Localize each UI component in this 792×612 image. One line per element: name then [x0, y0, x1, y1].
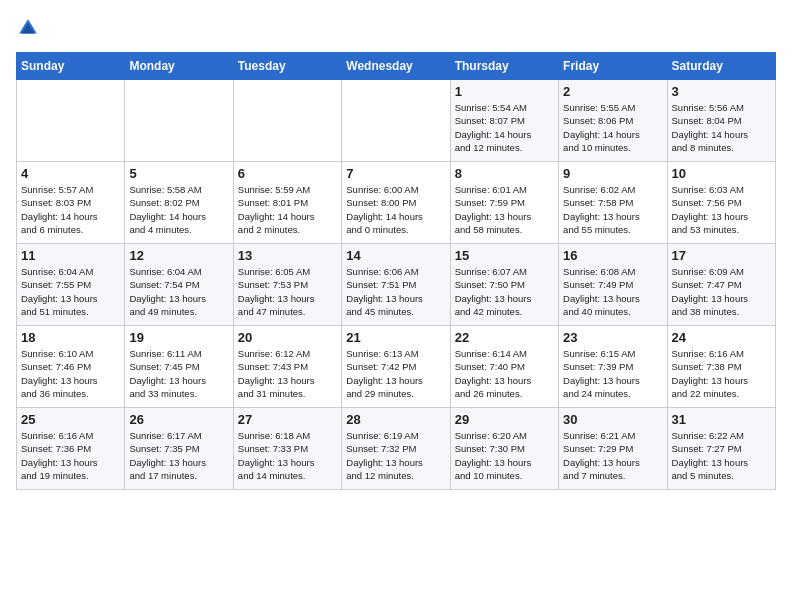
weekday-header-row: SundayMondayTuesdayWednesdayThursdayFrid… [17, 53, 776, 80]
day-number: 20 [238, 330, 337, 345]
day-info: Sunrise: 6:09 AM Sunset: 7:47 PM Dayligh… [672, 265, 771, 318]
day-info: Sunrise: 6:15 AM Sunset: 7:39 PM Dayligh… [563, 347, 662, 400]
day-info: Sunrise: 6:08 AM Sunset: 7:49 PM Dayligh… [563, 265, 662, 318]
day-info: Sunrise: 6:07 AM Sunset: 7:50 PM Dayligh… [455, 265, 554, 318]
day-number: 15 [455, 248, 554, 263]
day-info: Sunrise: 6:18 AM Sunset: 7:33 PM Dayligh… [238, 429, 337, 482]
day-info: Sunrise: 5:56 AM Sunset: 8:04 PM Dayligh… [672, 101, 771, 154]
day-number: 18 [21, 330, 120, 345]
day-number: 5 [129, 166, 228, 181]
calendar-cell: 16Sunrise: 6:08 AM Sunset: 7:49 PM Dayli… [559, 244, 667, 326]
day-info: Sunrise: 6:16 AM Sunset: 7:36 PM Dayligh… [21, 429, 120, 482]
day-info: Sunrise: 6:21 AM Sunset: 7:29 PM Dayligh… [563, 429, 662, 482]
calendar-week-5: 25Sunrise: 6:16 AM Sunset: 7:36 PM Dayli… [17, 408, 776, 490]
day-info: Sunrise: 6:01 AM Sunset: 7:59 PM Dayligh… [455, 183, 554, 236]
day-info: Sunrise: 6:22 AM Sunset: 7:27 PM Dayligh… [672, 429, 771, 482]
day-info: Sunrise: 6:05 AM Sunset: 7:53 PM Dayligh… [238, 265, 337, 318]
day-number: 25 [21, 412, 120, 427]
day-number: 4 [21, 166, 120, 181]
calendar-cell: 5Sunrise: 5:58 AM Sunset: 8:02 PM Daylig… [125, 162, 233, 244]
weekday-header-sunday: Sunday [17, 53, 125, 80]
calendar-cell: 26Sunrise: 6:17 AM Sunset: 7:35 PM Dayli… [125, 408, 233, 490]
day-number: 28 [346, 412, 445, 427]
calendar-cell: 8Sunrise: 6:01 AM Sunset: 7:59 PM Daylig… [450, 162, 558, 244]
day-info: Sunrise: 6:11 AM Sunset: 7:45 PM Dayligh… [129, 347, 228, 400]
calendar-cell: 25Sunrise: 6:16 AM Sunset: 7:36 PM Dayli… [17, 408, 125, 490]
day-info: Sunrise: 6:02 AM Sunset: 7:58 PM Dayligh… [563, 183, 662, 236]
calendar-cell [125, 80, 233, 162]
day-number: 12 [129, 248, 228, 263]
day-number: 21 [346, 330, 445, 345]
day-number: 10 [672, 166, 771, 181]
day-number: 16 [563, 248, 662, 263]
day-number: 13 [238, 248, 337, 263]
calendar-cell: 28Sunrise: 6:19 AM Sunset: 7:32 PM Dayli… [342, 408, 450, 490]
weekday-header-monday: Monday [125, 53, 233, 80]
calendar-cell: 17Sunrise: 6:09 AM Sunset: 7:47 PM Dayli… [667, 244, 775, 326]
calendar-cell: 24Sunrise: 6:16 AM Sunset: 7:38 PM Dayli… [667, 326, 775, 408]
calendar-week-3: 11Sunrise: 6:04 AM Sunset: 7:55 PM Dayli… [17, 244, 776, 326]
day-number: 31 [672, 412, 771, 427]
calendar-cell: 2Sunrise: 5:55 AM Sunset: 8:06 PM Daylig… [559, 80, 667, 162]
day-info: Sunrise: 5:55 AM Sunset: 8:06 PM Dayligh… [563, 101, 662, 154]
calendar-cell [233, 80, 341, 162]
day-number: 23 [563, 330, 662, 345]
calendar-cell [342, 80, 450, 162]
calendar-cell: 23Sunrise: 6:15 AM Sunset: 7:39 PM Dayli… [559, 326, 667, 408]
day-info: Sunrise: 6:03 AM Sunset: 7:56 PM Dayligh… [672, 183, 771, 236]
calendar-cell: 3Sunrise: 5:56 AM Sunset: 8:04 PM Daylig… [667, 80, 775, 162]
day-info: Sunrise: 5:58 AM Sunset: 8:02 PM Dayligh… [129, 183, 228, 236]
calendar-table: SundayMondayTuesdayWednesdayThursdayFrid… [16, 52, 776, 490]
calendar-week-2: 4Sunrise: 5:57 AM Sunset: 8:03 PM Daylig… [17, 162, 776, 244]
day-info: Sunrise: 6:13 AM Sunset: 7:42 PM Dayligh… [346, 347, 445, 400]
calendar-cell: 18Sunrise: 6:10 AM Sunset: 7:46 PM Dayli… [17, 326, 125, 408]
calendar-cell [17, 80, 125, 162]
day-info: Sunrise: 6:10 AM Sunset: 7:46 PM Dayligh… [21, 347, 120, 400]
calendar-week-1: 1Sunrise: 5:54 AM Sunset: 8:07 PM Daylig… [17, 80, 776, 162]
day-info: Sunrise: 5:57 AM Sunset: 8:03 PM Dayligh… [21, 183, 120, 236]
calendar-cell: 20Sunrise: 6:12 AM Sunset: 7:43 PM Dayli… [233, 326, 341, 408]
weekday-header-friday: Friday [559, 53, 667, 80]
calendar-cell: 10Sunrise: 6:03 AM Sunset: 7:56 PM Dayli… [667, 162, 775, 244]
day-number: 6 [238, 166, 337, 181]
calendar-cell: 27Sunrise: 6:18 AM Sunset: 7:33 PM Dayli… [233, 408, 341, 490]
calendar-cell: 13Sunrise: 6:05 AM Sunset: 7:53 PM Dayli… [233, 244, 341, 326]
calendar-cell: 29Sunrise: 6:20 AM Sunset: 7:30 PM Dayli… [450, 408, 558, 490]
logo-icon [16, 16, 40, 40]
calendar-cell: 1Sunrise: 5:54 AM Sunset: 8:07 PM Daylig… [450, 80, 558, 162]
day-number: 3 [672, 84, 771, 99]
day-number: 24 [672, 330, 771, 345]
page-header [16, 16, 776, 40]
calendar-cell: 21Sunrise: 6:13 AM Sunset: 7:42 PM Dayli… [342, 326, 450, 408]
calendar-cell: 4Sunrise: 5:57 AM Sunset: 8:03 PM Daylig… [17, 162, 125, 244]
calendar-cell: 30Sunrise: 6:21 AM Sunset: 7:29 PM Dayli… [559, 408, 667, 490]
logo [16, 16, 44, 40]
day-info: Sunrise: 6:14 AM Sunset: 7:40 PM Dayligh… [455, 347, 554, 400]
day-number: 11 [21, 248, 120, 263]
day-info: Sunrise: 5:54 AM Sunset: 8:07 PM Dayligh… [455, 101, 554, 154]
calendar-cell: 12Sunrise: 6:04 AM Sunset: 7:54 PM Dayli… [125, 244, 233, 326]
day-info: Sunrise: 6:04 AM Sunset: 7:54 PM Dayligh… [129, 265, 228, 318]
day-number: 30 [563, 412, 662, 427]
weekday-header-wednesday: Wednesday [342, 53, 450, 80]
calendar-cell: 31Sunrise: 6:22 AM Sunset: 7:27 PM Dayli… [667, 408, 775, 490]
calendar-cell: 7Sunrise: 6:00 AM Sunset: 8:00 PM Daylig… [342, 162, 450, 244]
day-info: Sunrise: 5:59 AM Sunset: 8:01 PM Dayligh… [238, 183, 337, 236]
day-info: Sunrise: 6:12 AM Sunset: 7:43 PM Dayligh… [238, 347, 337, 400]
day-number: 26 [129, 412, 228, 427]
day-info: Sunrise: 6:19 AM Sunset: 7:32 PM Dayligh… [346, 429, 445, 482]
calendar-cell: 11Sunrise: 6:04 AM Sunset: 7:55 PM Dayli… [17, 244, 125, 326]
day-number: 9 [563, 166, 662, 181]
day-number: 14 [346, 248, 445, 263]
day-number: 1 [455, 84, 554, 99]
calendar-cell: 9Sunrise: 6:02 AM Sunset: 7:58 PM Daylig… [559, 162, 667, 244]
day-number: 17 [672, 248, 771, 263]
day-number: 8 [455, 166, 554, 181]
day-number: 27 [238, 412, 337, 427]
day-number: 22 [455, 330, 554, 345]
calendar-cell: 22Sunrise: 6:14 AM Sunset: 7:40 PM Dayli… [450, 326, 558, 408]
day-info: Sunrise: 6:16 AM Sunset: 7:38 PM Dayligh… [672, 347, 771, 400]
day-info: Sunrise: 6:00 AM Sunset: 8:00 PM Dayligh… [346, 183, 445, 236]
calendar-cell: 19Sunrise: 6:11 AM Sunset: 7:45 PM Dayli… [125, 326, 233, 408]
day-number: 2 [563, 84, 662, 99]
